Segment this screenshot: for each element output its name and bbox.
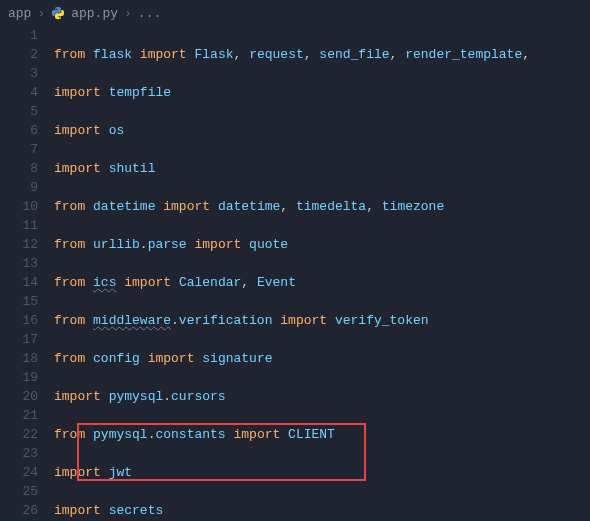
line-number: 24 (0, 463, 38, 482)
line-number: 3 (0, 64, 38, 83)
code-line[interactable]: import secrets (54, 501, 590, 520)
line-number: 26 (0, 501, 38, 520)
code-line[interactable]: import tempfile (54, 83, 590, 102)
python-file-icon (51, 6, 65, 20)
line-number: 8 (0, 159, 38, 178)
line-number: 11 (0, 216, 38, 235)
code-line[interactable]: from middleware.verification import veri… (54, 311, 590, 330)
chevron-right-icon: › (124, 6, 132, 21)
line-number: 13 (0, 254, 38, 273)
line-number: 22 (0, 425, 38, 444)
line-number: 25 (0, 482, 38, 501)
code-line[interactable]: from datetime import datetime, timedelta… (54, 197, 590, 216)
code-line[interactable]: from urllib.parse import quote (54, 235, 590, 254)
breadcrumb-file[interactable]: app.py (71, 6, 118, 21)
line-number: 2 (0, 45, 38, 64)
code-line[interactable]: from ics import Calendar, Event (54, 273, 590, 292)
line-number: 7 (0, 140, 38, 159)
line-number: 23 (0, 444, 38, 463)
line-number: 20 (0, 387, 38, 406)
breadcrumb[interactable]: app › app.py › ... (0, 0, 590, 26)
line-number: 14 (0, 273, 38, 292)
breadcrumb-folder[interactable]: app (8, 6, 31, 21)
code-editor[interactable]: 1 2 3 4 5 6 7 8 9 10 11 12 13 14 15 16 1… (0, 26, 590, 521)
line-number: 6 (0, 121, 38, 140)
line-number: 17 (0, 330, 38, 349)
code-line[interactable]: from flask import Flask, request, send_f… (54, 45, 590, 64)
line-number: 9 (0, 178, 38, 197)
code-line[interactable]: from pymysql.constants import CLIENT (54, 425, 590, 444)
line-number: 4 (0, 83, 38, 102)
code-line[interactable]: import os (54, 121, 590, 140)
chevron-right-icon: › (37, 6, 45, 21)
code-line[interactable]: from config import signature (54, 349, 590, 368)
line-number: 12 (0, 235, 38, 254)
breadcrumb-tail[interactable]: ... (138, 6, 161, 21)
line-number: 1 (0, 26, 38, 45)
line-number: 15 (0, 292, 38, 311)
code-line[interactable]: import pymysql.cursors (54, 387, 590, 406)
line-number: 19 (0, 368, 38, 387)
code-line[interactable]: import jwt (54, 463, 590, 482)
code-area[interactable]: from flask import Flask, request, send_f… (50, 26, 590, 521)
line-number: 5 (0, 102, 38, 121)
line-number: 16 (0, 311, 38, 330)
line-number: 10 (0, 197, 38, 216)
line-number-gutter: 1 2 3 4 5 6 7 8 9 10 11 12 13 14 15 16 1… (0, 26, 50, 521)
line-number: 18 (0, 349, 38, 368)
line-number: 21 (0, 406, 38, 425)
code-line[interactable]: import shutil (54, 159, 590, 178)
